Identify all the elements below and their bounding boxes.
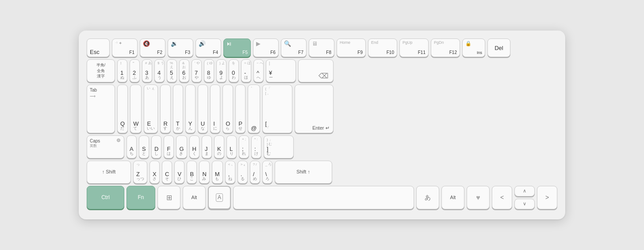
key-a[interactable]: A ち (126, 135, 137, 158)
key-q[interactable]: Q た (117, 85, 128, 133)
key-t[interactable]: T か (173, 85, 183, 133)
key-ctrl[interactable]: Ctrl (87, 186, 124, 209)
key-f5[interactable]: ⏯ F5 (223, 38, 251, 57)
key-y[interactable]: Y ん (185, 85, 196, 133)
key-right[interactable]: > (537, 186, 557, 209)
key-f3[interactable]: 🔉 F3 (168, 38, 193, 57)
key-heart[interactable]: ♥ (467, 186, 490, 209)
key-fn[interactable]: Fn (126, 186, 155, 209)
key-1[interactable]: ! 1 ぬ (117, 59, 127, 82)
key-backspace[interactable]: ⌫ (298, 59, 334, 82)
key-k[interactable]: K の (214, 135, 224, 158)
key-left[interactable]: < (492, 186, 512, 209)
key-space[interactable] (233, 186, 414, 209)
key-2[interactable]: " 2 ふ (130, 59, 140, 82)
key-del[interactable]: Del (487, 38, 510, 57)
key-g[interactable]: G き (176, 135, 187, 158)
key-8[interactable]: ( ゆ 8 ゆ (204, 59, 214, 82)
key-u[interactable]: U な (198, 85, 208, 133)
key-comma[interactable]: < ､ , ね (225, 161, 235, 184)
key-l[interactable]: L り (226, 135, 237, 158)
key-f6[interactable]: ▶ F6 (253, 38, 279, 57)
key-4[interactable]: $ う 4 う (154, 59, 165, 82)
key-f2[interactable]: 🔇 F2 (140, 38, 165, 57)
key-b[interactable]: B こ (187, 161, 197, 184)
key-caret[interactable]: ~ へ ^ へ (253, 59, 264, 82)
keyboard: Esc ·↑ ✦ F1 🔇 F2 🔉 F3 🔊 F4 ⏯ F5 ▶ F6 (79, 31, 565, 219)
key-m[interactable]: M も (212, 161, 223, 184)
key-colon[interactable]: * : : け (251, 135, 261, 158)
key-katakana[interactable]: あ (416, 186, 439, 209)
key-h[interactable]: H く (189, 135, 199, 158)
key-f7[interactable]: 🔍 F7 (281, 38, 307, 57)
key-7[interactable]: ' や 7 や (192, 59, 202, 82)
key-down[interactable]: ∨ (514, 199, 535, 209)
key-updown-group: ∧ ∨ (514, 186, 535, 209)
key-bracket-l[interactable]: { 「[ 。 [ 「 (262, 85, 292, 133)
key-5[interactable]: % え 5 え (167, 59, 177, 82)
key-f9[interactable]: Home F9 (337, 38, 366, 57)
key-f1[interactable]: ·↑ ✦ F1 (112, 38, 138, 57)
key-at[interactable]: ` @ (248, 85, 260, 133)
key-f10[interactable]: End F10 (368, 38, 397, 57)
key-x[interactable]: X さ (150, 161, 160, 184)
asdf-row: Caps 英数 A ち S と D し F は G き H く J (87, 135, 557, 158)
key-backslash[interactable]: _ ろ \ ろ (262, 161, 272, 184)
key-f11[interactable]: PgUp F11 (399, 38, 429, 57)
number-row: 半角/全角漢字 ! 1 ぬ " 2 ふ # あ 3 あ $ う 4 う % え … (87, 59, 557, 82)
key-period[interactable]: > ｡ . る (238, 161, 248, 184)
key-w[interactable]: W て (130, 85, 142, 133)
qwerty-row: Tab ⟶ Q た W て い ぇ E いい R す T か Y ん (87, 85, 557, 133)
key-6[interactable]: & お 6 お (179, 59, 189, 82)
key-v[interactable]: V ひ (174, 161, 184, 184)
key-alt-left[interactable]: Alt (183, 186, 206, 209)
key-c[interactable]: C そ (162, 161, 172, 184)
key-hanzen[interactable]: 半角/全角漢字 (87, 59, 115, 82)
bottom-row: Ctrl Fn ⊞ Alt A あ Alt ♥ < ∧ (87, 186, 557, 209)
key-semi[interactable]: + ; ; れ (239, 135, 249, 158)
key-ins[interactable]: 🔒 Ins (462, 38, 485, 57)
key-s[interactable]: S と (139, 135, 149, 158)
key-o[interactable]: O ら (222, 85, 233, 133)
key-z[interactable]: っ Z っつ (133, 161, 147, 184)
key-shift-right[interactable]: Shift ↑ (275, 161, 332, 184)
key-f[interactable]: F は (164, 135, 174, 158)
key-n[interactable]: N み (199, 161, 209, 184)
key-e[interactable]: い ぇ E いい (144, 85, 158, 133)
zxcv-row: ↑ Shift っ Z っつ X さ C そ V ひ B こ N み M も (87, 161, 557, 184)
key-esc[interactable]: Esc (87, 38, 110, 57)
key-r[interactable]: R す (160, 85, 170, 133)
key-muhenkan[interactable]: A (208, 186, 231, 209)
key-up[interactable]: ∧ (514, 186, 535, 196)
key-d[interactable]: D し (151, 135, 161, 158)
key-tab[interactable]: Tab ⟶ (87, 85, 115, 133)
key-yen[interactable]: | ¥ ー (266, 59, 296, 82)
key-f8[interactable]: 🖥 F8 (309, 38, 334, 57)
key-i[interactable]: I に (210, 85, 220, 133)
key-enter[interactable]: Enter ↵ (295, 85, 334, 133)
key-p[interactable]: P せ (235, 85, 245, 133)
key-shift-left[interactable]: ↑ Shift (87, 161, 131, 184)
key-slash[interactable]: ? / / め (250, 161, 260, 184)
key-3[interactable]: # あ 3 あ (142, 59, 152, 82)
key-bracket-r[interactable]: } 」] む ] む (264, 135, 294, 158)
key-f12[interactable]: PgDn F12 (431, 38, 460, 57)
key-j[interactable]: J ま (202, 135, 212, 158)
key-alt-right[interactable]: Alt (441, 186, 464, 209)
fn-row: Esc ·↑ ✦ F1 🔇 F2 🔉 F3 🔊 F4 ⏯ F5 ▶ F6 (87, 38, 557, 57)
key-0[interactable]: を 0 わ (229, 59, 239, 82)
key-minus[interactable]: = ほ - ほ (241, 59, 251, 82)
key-9[interactable]: ) よ 9 よ (216, 59, 226, 82)
key-caps[interactable]: Caps 英数 (87, 135, 124, 158)
key-f4[interactable]: 🔊 F4 (196, 38, 221, 57)
key-win[interactable]: ⊞ (157, 186, 180, 209)
